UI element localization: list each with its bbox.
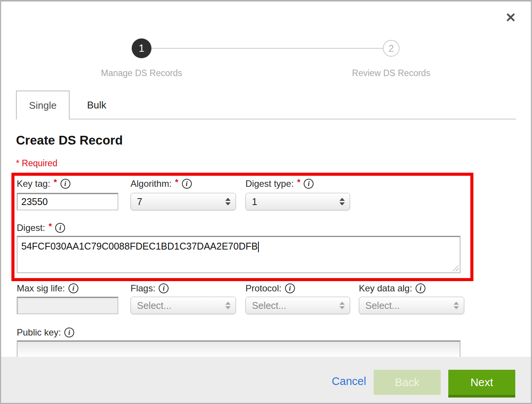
next-button[interactable]: Next	[448, 370, 515, 398]
info-icon-glyph: i	[420, 285, 422, 292]
step-1-circle: 1	[132, 38, 151, 58]
info-icon-glyph: i	[186, 180, 188, 187]
digest-label: Digest: * i	[17, 222, 65, 234]
info-icon-glyph: i	[72, 285, 74, 292]
key-tag-input[interactable]: 23550	[17, 193, 118, 210]
max-sig-life-label: Max sig life: i	[17, 282, 78, 294]
tab-single[interactable]: Single	[16, 91, 70, 119]
required-asterisk: *	[297, 177, 301, 187]
key-data-alg-label: Key data alg: i	[359, 282, 425, 294]
public-key-label-text: Public key:	[17, 327, 61, 338]
digest-type-label-text: Digest type:	[245, 178, 294, 189]
max-sig-life-label-text: Max sig life:	[17, 283, 65, 294]
info-icon[interactable]: i	[55, 223, 65, 233]
algorithm-label: Algorithm: * i	[131, 178, 192, 190]
protocol-label: Protocol: i	[245, 282, 295, 294]
digest-type-select[interactable]: 1	[245, 193, 350, 210]
key-data-alg-select[interactable]: Select...	[359, 297, 464, 314]
digest-type-selected-value: 1	[252, 196, 257, 207]
select-spinner-icon	[454, 302, 459, 309]
back-button[interactable]: Back	[374, 370, 441, 395]
required-note: * Required	[16, 158, 57, 169]
algorithm-selected-value: 7	[137, 196, 142, 207]
resize-grip-icon[interactable]	[452, 265, 459, 271]
max-sig-life-input[interactable]	[17, 297, 118, 314]
info-icon[interactable]: i	[304, 179, 314, 189]
required-asterisk: *	[175, 177, 178, 187]
info-icon-glyph: i	[289, 285, 291, 292]
create-ds-record-dialog: ✕ 1 2 Manage DS Records Review DS Record…	[0, 0, 532, 404]
public-key-label: Public key: i	[17, 326, 74, 339]
required-asterisk: *	[54, 177, 57, 187]
info-icon-glyph: i	[163, 285, 165, 292]
cancel-link[interactable]: Cancel	[328, 375, 370, 388]
key-data-alg-selected-value: Select...	[365, 300, 400, 311]
info-icon[interactable]: i	[64, 328, 74, 337]
key-tag-label: Key tag: * i	[17, 178, 70, 190]
info-icon[interactable]: i	[182, 179, 192, 189]
info-icon[interactable]: i	[61, 179, 70, 189]
digest-type-label: Digest type: * i	[245, 178, 314, 190]
step-2-label: Review DS Records	[330, 68, 452, 78]
info-icon-glyph: i	[64, 180, 66, 187]
digest-textarea[interactable]: 54FCF030AA1C79C0088FDEC1BD1C37DAA2E70DFB	[17, 236, 460, 273]
flags-label: Flags: i	[131, 282, 169, 294]
algorithm-label-text: Algorithm:	[131, 178, 172, 189]
info-icon-glyph: i	[59, 224, 61, 231]
public-key-textarea[interactable]	[17, 340, 460, 357]
select-spinner-icon	[339, 198, 345, 205]
text-caret	[258, 242, 259, 252]
close-icon[interactable]: ✕	[502, 9, 519, 26]
step-1-label: Manage DS Records	[81, 68, 202, 78]
stepper-connector-line	[151, 48, 383, 49]
key-tag-label-text: Key tag:	[17, 178, 50, 189]
info-icon[interactable]: i	[285, 283, 295, 293]
info-icon[interactable]: i	[159, 283, 169, 293]
protocol-label-text: Protocol:	[245, 283, 282, 294]
select-spinner-icon	[225, 198, 231, 205]
key-data-alg-label-text: Key data alg:	[359, 283, 412, 294]
step-2-circle: 2	[383, 40, 400, 57]
page-title: Create DS Record	[16, 133, 123, 148]
flags-selected-value: Select...	[137, 300, 171, 311]
algorithm-select[interactable]: 7	[131, 193, 236, 210]
protocol-selected-value: Select...	[252, 300, 286, 311]
info-icon-glyph: i	[308, 180, 310, 187]
flags-label-text: Flags:	[131, 283, 155, 294]
tab-bulk[interactable]: Bulk	[70, 91, 124, 119]
tab-strip-divider	[70, 119, 516, 119]
digest-label-text: Digest:	[17, 223, 45, 233]
info-icon[interactable]: i	[416, 283, 425, 293]
info-icon[interactable]: i	[68, 283, 78, 293]
select-spinner-icon	[339, 302, 345, 309]
flags-select[interactable]: Select...	[131, 297, 236, 314]
key-tag-value: 23550	[21, 196, 48, 207]
required-asterisk: *	[49, 221, 52, 231]
digest-value: 54FCF030AA1C79C0088FDEC1BD1C37DAA2E70DFB	[21, 241, 258, 251]
protocol-select[interactable]: Select...	[245, 297, 350, 314]
select-spinner-icon	[225, 302, 231, 309]
info-icon-glyph: i	[68, 329, 70, 336]
